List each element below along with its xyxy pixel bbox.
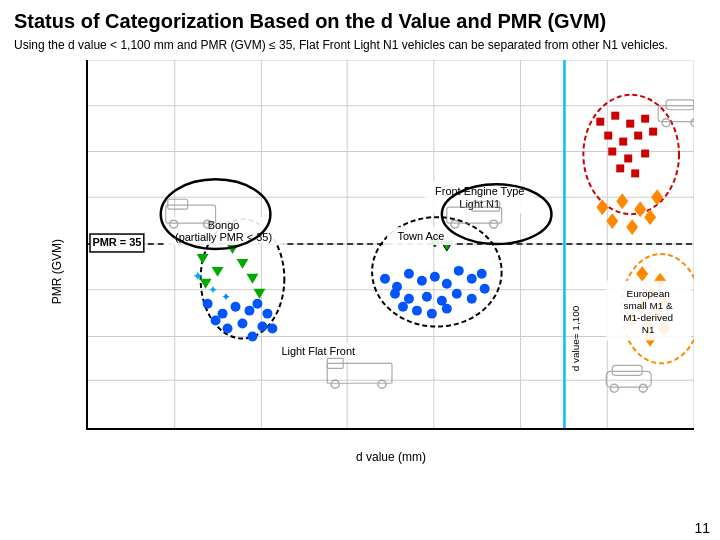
svg-marker-24	[253, 289, 265, 299]
svg-rect-143	[327, 358, 343, 368]
svg-point-47	[454, 266, 464, 276]
svg-text:European: European	[627, 288, 670, 299]
svg-point-36	[267, 323, 277, 333]
svg-point-133	[204, 220, 212, 228]
svg-rect-68	[604, 131, 612, 139]
slide-number: 11	[694, 520, 710, 536]
svg-point-35	[247, 331, 257, 341]
chart-svg: ✦ ✦ ✦	[88, 60, 694, 428]
svg-point-145	[378, 380, 386, 388]
svg-marker-86	[654, 273, 666, 289]
svg-rect-134	[447, 207, 502, 223]
svg-point-46	[442, 279, 452, 289]
slide: Status of Categorization Based on the d …	[0, 0, 720, 540]
svg-point-140	[662, 118, 670, 126]
svg-rect-139	[666, 100, 694, 110]
svg-point-28	[244, 305, 254, 315]
svg-point-54	[452, 289, 462, 299]
svg-rect-125	[606, 281, 691, 341]
svg-text:small M1 &: small M1 &	[624, 299, 674, 310]
svg-rect-142	[327, 363, 392, 383]
svg-point-136	[451, 220, 459, 228]
svg-point-48	[467, 274, 477, 284]
svg-point-45	[430, 272, 440, 282]
svg-point-58	[412, 305, 422, 315]
svg-rect-74	[641, 149, 649, 157]
svg-rect-130	[166, 205, 216, 223]
svg-rect-66	[626, 119, 634, 127]
svg-rect-70	[634, 131, 642, 139]
svg-rect-67	[641, 114, 649, 122]
svg-point-148	[610, 384, 618, 392]
svg-point-49	[477, 269, 487, 279]
svg-point-149	[639, 384, 647, 392]
svg-rect-76	[631, 169, 639, 177]
svg-rect-112	[90, 234, 144, 252]
svg-text:(partially PMR < 35): (partially PMR < 35)	[175, 231, 272, 243]
svg-text:✦: ✦	[221, 290, 231, 304]
svg-rect-73	[624, 154, 632, 162]
svg-text:Bongo: Bongo	[208, 219, 240, 231]
svg-marker-79	[634, 201, 646, 217]
svg-marker-87	[644, 286, 656, 302]
svg-text:Light Flat Front: Light Flat Front	[281, 345, 355, 357]
svg-marker-78	[616, 193, 628, 209]
svg-point-26	[218, 308, 228, 318]
svg-marker-23	[246, 274, 258, 284]
svg-point-60	[442, 303, 452, 313]
svg-rect-118	[164, 217, 284, 245]
svg-point-41	[380, 274, 390, 284]
svg-point-150	[161, 179, 271, 249]
svg-rect-123	[272, 343, 364, 361]
svg-rect-147	[612, 365, 642, 375]
svg-point-32	[252, 298, 262, 308]
svg-rect-115	[425, 181, 535, 213]
svg-text:PMR = 35: PMR = 35	[92, 236, 141, 248]
svg-rect-71	[649, 127, 657, 135]
svg-marker-92	[658, 320, 670, 336]
svg-text:M1-derived: M1-derived	[623, 311, 673, 322]
svg-point-44	[417, 276, 427, 286]
svg-rect-121	[387, 227, 455, 245]
chart-area: PMR (GVM)	[34, 60, 714, 470]
svg-marker-83	[644, 209, 656, 225]
svg-marker-22	[237, 259, 249, 269]
x-axis-label: d value (mm)	[356, 450, 426, 464]
svg-marker-20	[200, 279, 212, 289]
svg-marker-62	[441, 241, 453, 251]
svg-point-43	[404, 269, 414, 279]
svg-text:✦: ✦	[192, 268, 204, 284]
svg-text:✦: ✦	[208, 283, 218, 297]
svg-point-30	[223, 323, 233, 333]
svg-point-31	[211, 315, 221, 325]
svg-marker-21	[227, 244, 239, 254]
svg-text:N1: N1	[642, 323, 655, 334]
svg-marker-90	[651, 305, 663, 321]
svg-point-33	[262, 308, 272, 318]
svg-point-57	[398, 301, 408, 311]
svg-text:Front Engine Type: Front Engine Type	[435, 185, 524, 197]
svg-rect-131	[168, 199, 188, 209]
svg-point-141	[691, 118, 694, 126]
svg-point-51	[404, 294, 414, 304]
svg-rect-135	[472, 201, 500, 211]
svg-marker-19	[212, 267, 224, 277]
svg-marker-61	[429, 237, 441, 247]
svg-point-84	[621, 254, 694, 363]
svg-marker-82	[626, 219, 638, 235]
svg-point-132	[170, 220, 178, 228]
svg-point-151	[442, 184, 552, 244]
svg-point-29	[238, 318, 248, 328]
svg-text:d value= 1,100: d value= 1,100	[570, 305, 581, 371]
svg-rect-65	[611, 112, 619, 120]
svg-marker-91	[641, 318, 653, 334]
svg-marker-89	[636, 298, 648, 314]
svg-marker-80	[651, 189, 663, 205]
svg-marker-93	[644, 330, 656, 346]
chart-inner: ✦ ✦ ✦	[86, 60, 694, 430]
svg-point-55	[467, 294, 477, 304]
svg-point-34	[257, 321, 267, 331]
slide-subtitle: Using the d value < 1,100 mm and PMR (GV…	[14, 37, 706, 54]
svg-marker-88	[658, 293, 670, 309]
y-axis-label: PMR (GVM)	[50, 239, 64, 304]
